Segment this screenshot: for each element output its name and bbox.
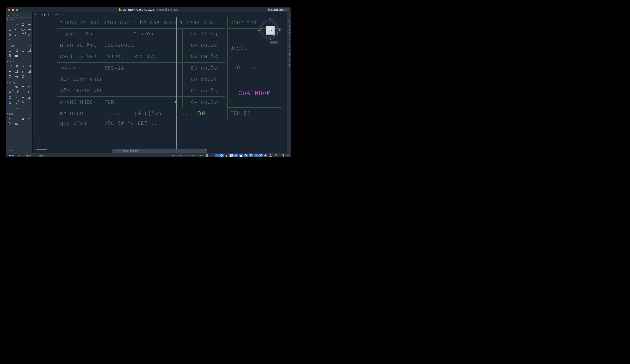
xline-tool[interactable]	[7, 32, 13, 37]
isodraft-toggle[interactable]	[224, 154, 229, 157]
polar-toggle[interactable]	[220, 154, 224, 157]
rectangle-tool[interactable]	[7, 27, 13, 32]
break-tool[interactable]	[26, 100, 32, 105]
gear-icon[interactable]: ⚙	[30, 60, 31, 63]
mirror-tool[interactable]	[20, 85, 26, 89]
chevron-left-icon[interactable]: «	[289, 13, 290, 15]
purge-tool[interactable]	[20, 74, 26, 79]
copy-tool[interactable]	[14, 85, 19, 89]
viewport-label-bar[interactable]: + │ Top │ 2D Wireframe	[33, 12, 287, 17]
annotation-scale[interactable]: ⛶ 1:1 ▾	[273, 154, 280, 157]
palette-menu-button[interactable]: ≡	[11, 149, 12, 152]
selection-cycling-toggle[interactable]	[249, 154, 253, 157]
explode-tool[interactable]	[14, 100, 19, 105]
align-tool[interactable]	[20, 100, 26, 105]
text-align-tool[interactable]	[14, 121, 19, 126]
stretch-tool[interactable]	[7, 100, 13, 105]
gear-icon[interactable]: ⚙	[30, 45, 31, 47]
gradient-tool[interactable]	[14, 48, 19, 53]
attribute-tool[interactable]	[7, 69, 13, 74]
add-layout-tab[interactable]: +	[17, 154, 22, 157]
reference-manager-tab[interactable]: Reference Manager	[288, 40, 291, 62]
gear-icon[interactable]: ⚙	[30, 19, 31, 21]
chamfer-tool[interactable]	[26, 90, 32, 95]
command-history-up-icon[interactable]: ▴	[200, 150, 201, 152]
mtext-tool[interactable]: A	[7, 116, 13, 121]
ortho-toggle[interactable]	[214, 154, 219, 157]
viewport-multi-button[interactable]: ▥	[12, 13, 15, 17]
viewcube-west[interactable]: W	[258, 28, 260, 31]
insert-block-tool[interactable]	[7, 64, 13, 68]
move-tool[interactable]	[7, 85, 13, 89]
spline-tool[interactable]	[26, 22, 32, 27]
boundary-tool[interactable]	[20, 48, 26, 53]
offset-tool[interactable]	[20, 95, 26, 100]
circle-tool[interactable]	[20, 22, 26, 27]
polyline-tool[interactable]	[14, 22, 19, 27]
block-manager-tool[interactable]	[20, 69, 26, 74]
sync-attributes-tool[interactable]	[26, 69, 32, 74]
group-header-block[interactable]: ▾ Block ⚙	[6, 60, 32, 63]
close-window-button[interactable]	[8, 8, 10, 11]
add-palette-button[interactable]: ＋	[8, 149, 10, 152]
point-tool[interactable]	[14, 32, 19, 37]
construction-line-tool[interactable]	[26, 27, 32, 32]
edit-attribute-tool[interactable]	[14, 69, 19, 74]
drawing-canvas[interactable]: thèng kª phô kiÖn cho 1 bé cöa HOÆC 1 C?…	[33, 17, 287, 153]
ellipse-tool[interactable]	[20, 27, 26, 32]
osnap-toggle[interactable]	[229, 154, 234, 157]
text-style-tool[interactable]: A	[20, 116, 26, 121]
block-count-tool[interactable]	[7, 74, 13, 79]
lineweight-toggle[interactable]	[239, 154, 243, 157]
view-cube[interactable]: TOP N S E W	[258, 18, 280, 40]
extend-tool[interactable]	[14, 90, 19, 95]
create-block-tool[interactable]	[14, 64, 19, 68]
group-header-hatch[interactable]: ▾ Hatch ⚙	[6, 44, 32, 47]
viewport-single-button[interactable]: ▭	[7, 13, 11, 17]
hatch-region-tool[interactable]	[7, 53, 13, 58]
helix-tool[interactable]	[7, 38, 13, 42]
otrack-toggle[interactable]	[234, 154, 238, 157]
transparency-toggle[interactable]	[244, 154, 248, 157]
fillet-tool[interactable]	[20, 90, 26, 95]
annotation-monitor[interactable]	[268, 154, 272, 157]
wcs-dropdown[interactable]: WCS ▾	[270, 41, 278, 44]
zoom-window-button[interactable]	[16, 8, 18, 11]
layers-properties-tab[interactable]: Layers and Properties	[288, 16, 291, 39]
group-header-text[interactable]: ▾ Text ⚙	[6, 112, 32, 115]
gear-icon[interactable]: ⚙	[30, 81, 31, 83]
line-tool[interactable]	[7, 22, 13, 27]
join-tool[interactable]	[7, 106, 13, 110]
arc-tool[interactable]	[14, 27, 19, 32]
visual-style-label[interactable]: 2D Wireframe	[51, 13, 66, 16]
trim-tool[interactable]	[7, 90, 13, 95]
group-header-modify[interactable]: ▾ Modify ⚙	[6, 80, 32, 84]
grid-toggle[interactable]	[205, 154, 209, 157]
find-text-tool[interactable]	[7, 121, 13, 126]
gear-icon[interactable]: ⚙	[30, 113, 31, 115]
spell-check-tool[interactable]: ABC	[26, 116, 32, 121]
group-header-draw[interactable]: ▾ Draw ⚙	[6, 18, 32, 21]
minimize-window-button[interactable]	[12, 8, 14, 11]
dynamic-input-toggle[interactable]	[254, 154, 258, 157]
array-tool[interactable]	[7, 95, 13, 100]
define-attributes-tool[interactable]	[26, 64, 32, 68]
solid-fill-tool[interactable]	[14, 53, 19, 58]
snap-toggle[interactable]	[210, 154, 214, 157]
blocks-tab[interactable]: Blocks	[288, 62, 291, 72]
tab-layout1[interactable]: Layout1	[22, 154, 35, 157]
hatch-edit-tool[interactable]	[26, 48, 32, 53]
region-tool[interactable]	[20, 32, 26, 37]
scale-tool[interactable]	[26, 95, 32, 100]
workspace-switch[interactable]	[263, 154, 268, 157]
command-line[interactable]: ≻_ ▾ Type a command ▴ ⎘	[112, 149, 207, 153]
ray-tool[interactable]	[26, 32, 32, 37]
recent-commands-button[interactable]: ⎘	[204, 150, 206, 152]
viewport-add-button[interactable]: +	[35, 13, 36, 16]
status-menu[interactable]: ≡	[286, 154, 290, 157]
hatch-tool[interactable]	[7, 48, 13, 53]
tab-model[interactable]: Model	[6, 154, 17, 157]
viewcube-top-face[interactable]: TOP	[266, 26, 275, 35]
viewcube-north[interactable]: N	[269, 18, 270, 21]
user-account-button[interactable]: tranganhste… ▼	[267, 8, 290, 11]
